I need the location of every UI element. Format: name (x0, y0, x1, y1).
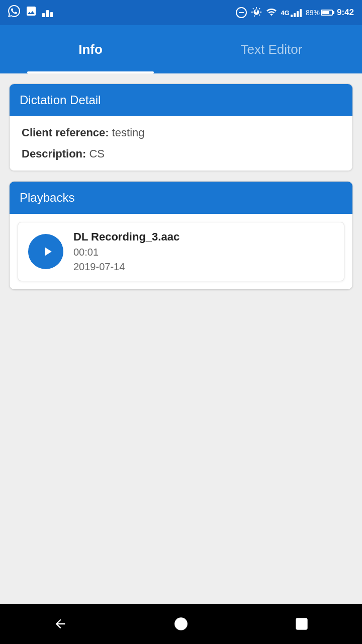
wifi-icon (266, 7, 277, 19)
alarm-icon (251, 7, 262, 19)
playbacks-title: Playbacks (20, 191, 74, 204)
dictation-detail-card: Dictation Detail Client reference: testi… (9, 84, 353, 171)
battery-indicator: 89% (306, 9, 333, 17)
description-value: CS (89, 147, 105, 160)
chart-icon (42, 8, 54, 17)
recording-info: DL Recording_3.aac 00:01 2019-07-14 (73, 230, 179, 273)
playbacks-body: DL Recording_3.aac 00:01 2019-07-14 (10, 214, 352, 289)
battery-fill (322, 11, 329, 14)
play-button[interactable] (28, 234, 63, 269)
playbacks-card: Playbacks DL Recording_3.aac 00:01 2019-… (9, 181, 353, 290)
recording-date: 2019-07-14 (73, 261, 179, 273)
home-button[interactable] (168, 611, 194, 636)
clock: 9:42 (337, 8, 354, 18)
client-reference-value: testing (112, 126, 145, 139)
recording-item: DL Recording_3.aac 00:01 2019-07-14 (18, 222, 344, 281)
tab-text-editor[interactable]: Text Editor (181, 25, 362, 73)
recording-duration: 00:01 (73, 247, 179, 258)
client-reference-label: Client reference: (22, 126, 109, 139)
battery-body (321, 10, 333, 16)
playbacks-header: Playbacks (10, 182, 352, 214)
back-button[interactable] (48, 611, 73, 636)
dnd-icon (236, 7, 247, 18)
description-row: Description: CS (22, 147, 340, 160)
svg-point-0 (175, 618, 187, 629)
bottom-nav (0, 604, 362, 644)
main-content: Dictation Detail Client reference: testi… (0, 73, 362, 604)
description-label: Description: (22, 147, 86, 160)
status-bar-left-icons (8, 5, 54, 20)
image-icon (25, 5, 37, 20)
tab-bar: Info Text Editor (0, 25, 362, 73)
tab-info[interactable]: Info (0, 25, 181, 73)
client-reference-row: Client reference: testing testing (22, 126, 340, 139)
signal-4g-icon: 4G (281, 8, 302, 17)
dictation-detail-body: Client reference: testing testing Descri… (10, 116, 352, 171)
whatsapp-icon (8, 5, 20, 20)
battery-percent: 89% (306, 9, 320, 17)
recents-button[interactable] (289, 611, 314, 636)
status-bar-right-icons: 4G 89% 9:42 (236, 7, 354, 19)
recording-name: DL Recording_3.aac (73, 230, 179, 244)
status-bar: 4G 89% 9:42 (0, 0, 362, 25)
dictation-detail-title: Dictation Detail (20, 93, 101, 107)
svg-rect-1 (297, 619, 307, 629)
dictation-detail-header: Dictation Detail (10, 84, 352, 116)
